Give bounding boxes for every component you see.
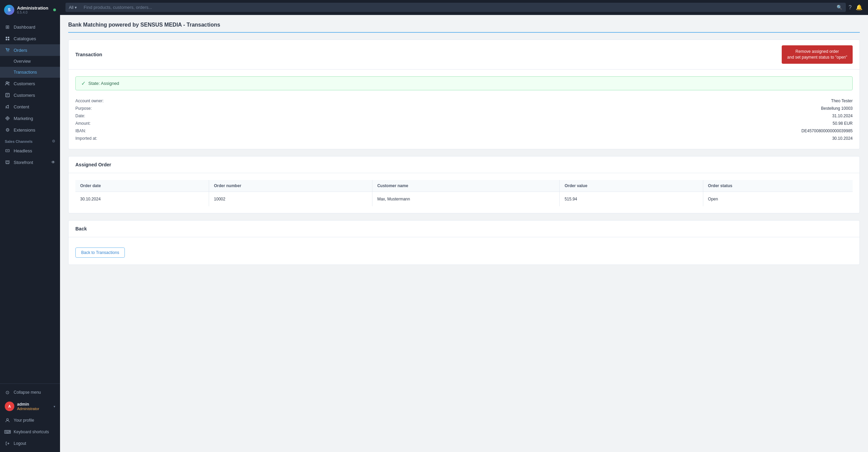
app-version: 6.5.4.0 [17, 11, 48, 14]
sidebar-label-headless: Headless [14, 148, 32, 153]
user-menu-chevron-icon: ▾ [54, 405, 55, 408]
logout-icon [5, 441, 10, 446]
back-card-title: Back [75, 226, 87, 231]
sidebar-label-keyboard: Keyboard shortcuts [14, 430, 49, 434]
assigned-order-card: Assigned Order Order date Order number C… [68, 156, 860, 213]
sidebar-item-orders[interactable]: Orders [0, 44, 60, 56]
sidebar-item-headless[interactable]: Headless [0, 145, 60, 156]
svg-point-4 [7, 51, 8, 52]
col-customer-name: Customer name [372, 180, 560, 192]
sidebar-label-catalogues: Catalogues [14, 36, 36, 41]
sidebar-item-catalogues[interactable]: Catalogues [0, 33, 60, 44]
svg-rect-14 [7, 117, 8, 118]
back-card: Back Back to Transactions [68, 220, 860, 265]
sidebar-label-collapse: Collapse menu [14, 390, 41, 395]
sidebar-label-storefront: Storefront [14, 160, 33, 165]
sidebar-item-settings[interactable]: ⚙ Extensions [0, 124, 60, 136]
cell-order-value: 515.94 [560, 192, 703, 206]
transaction-details: Account owner: Theo Tester Purpose: Best… [75, 97, 853, 142]
amount-label: Amount: [75, 120, 464, 127]
sidebar-item-customers[interactable]: Customers [0, 78, 60, 89]
customers-icon [5, 81, 10, 86]
sales-channels-section: Sales Channels ⚙ [0, 136, 60, 145]
svg-rect-13 [8, 118, 10, 119]
back-to-transactions-button[interactable]: Back to Transactions [75, 247, 125, 258]
catalogues-icon [5, 36, 10, 41]
content-area: Bank Matching powered by SENSUS MEDIA - … [60, 15, 868, 452]
sidebar-user[interactable]: A admin Administrator ▾ [0, 398, 60, 415]
iban-value: DE45700800000000039985 [464, 127, 853, 135]
table-header-row: Order date Order number Customer name Or… [75, 180, 853, 192]
notifications-icon[interactable]: 🔔 [856, 4, 863, 11]
svg-rect-3 [8, 39, 9, 40]
imported-at-label: Imported at: [75, 135, 464, 142]
svg-point-20 [6, 419, 8, 420]
remove-assigned-order-button[interactable]: Remove assigned order and set payment st… [782, 45, 853, 64]
sidebar-item-extensions[interactable]: Marketing [0, 112, 60, 124]
sidebar-item-logout[interactable]: Logout [0, 438, 60, 449]
svg-point-6 [6, 82, 8, 84]
extensions-icon [5, 116, 10, 121]
sidebar-label-profile: Your profile [14, 418, 34, 423]
iban-label: IBAN: [75, 127, 464, 135]
assigned-order-card-header: Assigned Order [69, 156, 859, 173]
page-title: Bank Matching powered by SENSUS MEDIA - … [68, 22, 860, 28]
amount-value: 50.98 EUR [464, 120, 853, 127]
topbar: All ▾ 🔍 ? 🔔 [60, 0, 868, 15]
search-submit-button[interactable]: 🔍 [833, 3, 846, 12]
assigned-order-title: Assigned Order [75, 162, 111, 167]
search-filter-button[interactable]: All ▾ [65, 3, 80, 12]
search-input[interactable] [80, 3, 833, 12]
svg-rect-1 [8, 37, 9, 38]
sidebar-item-collapse[interactable]: ⊙ Collapse menu [0, 387, 60, 398]
user-role: Administrator [17, 407, 51, 411]
orders-table: Order date Order number Customer name Or… [75, 180, 853, 206]
filter-chevron-icon: ▾ [75, 5, 77, 10]
svg-rect-12 [6, 118, 7, 119]
sidebar-label-dashboard: Dashboard [14, 25, 35, 30]
svg-rect-8 [6, 93, 10, 97]
online-indicator [53, 9, 56, 11]
svg-rect-0 [6, 37, 7, 38]
sidebar-item-profile[interactable]: Your profile [0, 415, 60, 426]
sidebar-bottom: ⊙ Collapse menu A admin Administrator ▾ … [0, 383, 60, 452]
svg-rect-2 [6, 39, 7, 40]
orders-icon [5, 47, 10, 53]
sidebar-item-overview[interactable]: Overview [0, 56, 60, 67]
storefront-icon [5, 160, 10, 165]
state-label: State: Assigned [88, 81, 119, 86]
transaction-card: Transaction Remove assigned order and se… [68, 40, 860, 149]
help-icon[interactable]: ? [849, 4, 852, 11]
sidebar-label-extensions: Marketing [14, 116, 33, 121]
topbar-icons: ? 🔔 [849, 4, 863, 11]
orders-table-body: 30.10.2024 10002 Max, Mustermann 515.94 … [75, 192, 853, 206]
headless-icon [5, 148, 10, 153]
main-area: All ▾ 🔍 ? 🔔 Bank Matching powered by SEN… [60, 0, 868, 452]
storefront-eye-icon[interactable]: 👁 [51, 160, 55, 165]
dashboard-icon: ⊞ [5, 24, 10, 30]
sidebar-item-marketing[interactable]: Content [0, 101, 60, 112]
cell-order-number: 10002 [209, 192, 372, 206]
sidebar-label-settings: Extensions [14, 127, 35, 133]
transaction-card-title: Transaction [75, 52, 102, 57]
purpose-value: Bestellung 10003 [464, 105, 853, 112]
app-title: Administration [17, 5, 48, 11]
sidebar-label-content: Customers [14, 93, 35, 98]
keyboard-icon: ⌨ [5, 429, 10, 435]
sidebar-label-orders: Orders [14, 48, 27, 53]
sidebar-label-transactions: Transactions [14, 70, 37, 75]
sidebar-item-content[interactable]: Customers [0, 89, 60, 101]
assigned-order-body: Order date Order number Customer name Or… [69, 173, 859, 213]
sidebar-item-keyboard[interactable]: ⌨ Keyboard shortcuts [0, 426, 60, 438]
app-logo: S [4, 5, 14, 15]
sidebar-item-dashboard[interactable]: ⊞ Dashboard [0, 21, 60, 33]
marketing-icon [5, 104, 10, 109]
imported-at-value: 30.10.2024 [464, 135, 853, 142]
account-owner-label: Account owner: [75, 97, 464, 105]
state-badge: ✓ State: Assigned [75, 76, 853, 90]
col-order-status: Order status [703, 180, 853, 192]
svg-point-5 [9, 51, 9, 52]
sales-channels-settings-icon[interactable]: ⚙ [52, 139, 55, 144]
sidebar-item-transactions[interactable]: Transactions [0, 67, 60, 78]
sidebar-item-storefront[interactable]: Storefront 👁 [0, 156, 60, 168]
